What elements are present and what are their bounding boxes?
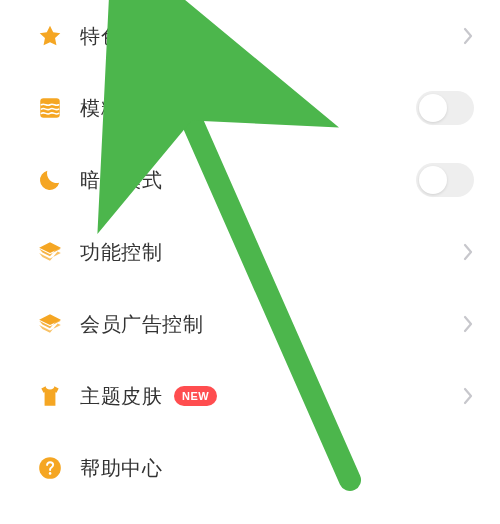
toggle-switch[interactable] (416, 163, 474, 197)
settings-item-label: 模糊效果 (80, 95, 162, 122)
settings-item-theme-skin[interactable]: 主题皮肤 NEW (0, 360, 500, 432)
settings-item-label: 会员广告控制 (80, 311, 203, 338)
tshirt-icon (36, 382, 64, 410)
layers-wave-icon (36, 94, 64, 122)
chevron-right-icon (462, 386, 474, 406)
settings-item-label: 暗黑模式 (80, 167, 162, 194)
stack-icon (36, 310, 64, 338)
chevron-right-icon (462, 26, 474, 46)
new-badge: NEW (174, 386, 217, 406)
settings-item-label: 帮助中心 (80, 455, 162, 482)
settings-item-label: 特色功能 (80, 23, 162, 50)
moon-icon (36, 166, 64, 194)
toggle-switch[interactable] (416, 91, 474, 125)
svg-point-2 (49, 472, 52, 475)
star-icon (36, 22, 64, 50)
settings-item-member-ad-control[interactable]: 会员广告控制 (0, 288, 500, 360)
settings-list: 特色功能 模糊效果 暗黑模式 功能控制 (0, 0, 500, 504)
settings-item-dark-mode[interactable]: 暗黑模式 (0, 144, 500, 216)
settings-item-label: 功能控制 (80, 239, 162, 266)
settings-item-label: 主题皮肤 (80, 383, 162, 410)
settings-item-help-center[interactable]: 帮助中心 (0, 432, 500, 504)
settings-item-blur-effect[interactable]: 模糊效果 (0, 72, 500, 144)
chevron-right-icon (462, 314, 474, 334)
stack-icon (36, 238, 64, 266)
help-icon (36, 454, 64, 482)
settings-item-feature-control[interactable]: 功能控制 (0, 216, 500, 288)
settings-item-special-features[interactable]: 特色功能 (0, 0, 500, 72)
chevron-right-icon (462, 242, 474, 262)
